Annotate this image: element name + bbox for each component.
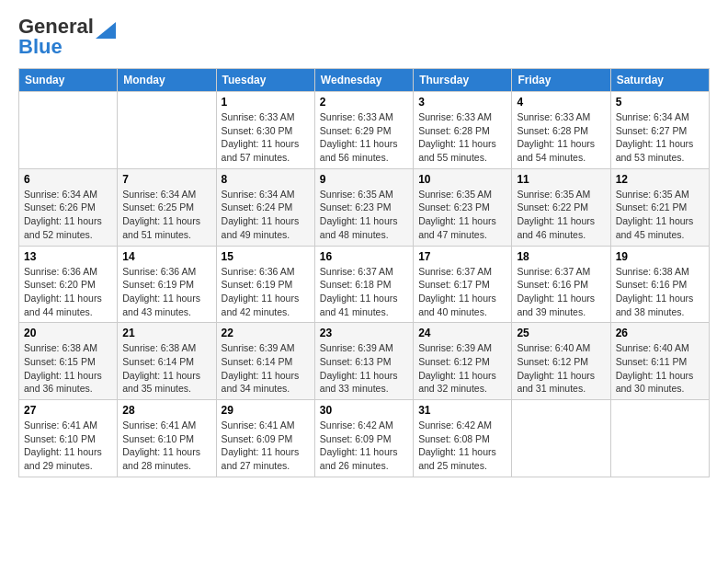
calendar-cell: 15Sunrise: 6:36 AM Sunset: 6:19 PM Dayli…	[216, 246, 314, 323]
day-number: 10	[418, 173, 506, 186]
calendar-cell: 8Sunrise: 6:34 AM Sunset: 6:24 PM Daylig…	[216, 168, 314, 246]
calendar-cell: 21Sunrise: 6:38 AM Sunset: 6:14 PM Dayli…	[118, 323, 216, 400]
day-info: Sunrise: 6:42 AM Sunset: 6:08 PM Dayligh…	[418, 419, 506, 473]
weekday-header: Thursday	[414, 69, 512, 92]
calendar-cell: 16Sunrise: 6:37 AM Sunset: 6:18 PM Dayli…	[314, 246, 413, 323]
calendar-cell: 25Sunrise: 6:40 AM Sunset: 6:12 PM Dayli…	[512, 323, 610, 400]
calendar-cell	[19, 92, 118, 169]
day-info: Sunrise: 6:33 AM Sunset: 6:28 PM Dayligh…	[517, 110, 605, 165]
calendar-cell	[118, 92, 216, 169]
day-info: Sunrise: 6:35 AM Sunset: 6:21 PM Dayligh…	[616, 188, 704, 242]
calendar-cell: 20Sunrise: 6:38 AM Sunset: 6:15 PM Dayli…	[19, 323, 118, 400]
day-info: Sunrise: 6:37 AM Sunset: 6:16 PM Dayligh…	[517, 265, 605, 319]
calendar-cell: 2Sunrise: 6:33 AM Sunset: 6:29 PM Daylig…	[314, 92, 413, 169]
day-number: 6	[24, 173, 112, 186]
calendar-cell: 5Sunrise: 6:34 AM Sunset: 6:27 PM Daylig…	[610, 92, 709, 169]
weekday-header: Tuesday	[216, 69, 314, 92]
calendar-week-row: 13Sunrise: 6:36 AM Sunset: 6:20 PM Dayli…	[19, 246, 710, 323]
day-info: Sunrise: 6:33 AM Sunset: 6:30 PM Dayligh…	[222, 110, 310, 165]
day-number: 28	[122, 404, 210, 417]
calendar-cell	[512, 400, 610, 477]
day-number: 26	[616, 327, 704, 339]
day-info: Sunrise: 6:39 AM Sunset: 6:14 PM Dayligh…	[222, 341, 310, 396]
weekday-header: Wednesday	[314, 69, 413, 92]
logo: General Blue	[18, 15, 116, 59]
day-number: 24	[418, 327, 506, 339]
calendar-cell: 12Sunrise: 6:35 AM Sunset: 6:21 PM Dayli…	[610, 168, 709, 246]
calendar-cell: 14Sunrise: 6:36 AM Sunset: 6:19 PM Dayli…	[118, 246, 216, 323]
day-number: 14	[122, 250, 210, 263]
day-number: 11	[517, 173, 605, 186]
day-info: Sunrise: 6:33 AM Sunset: 6:28 PM Dayligh…	[418, 110, 506, 165]
calendar-week-row: 27Sunrise: 6:41 AM Sunset: 6:10 PM Dayli…	[19, 400, 710, 477]
calendar-cell: 11Sunrise: 6:35 AM Sunset: 6:22 PM Dayli…	[512, 168, 610, 246]
weekday-header: Monday	[118, 69, 216, 92]
day-info: Sunrise: 6:41 AM Sunset: 6:10 PM Dayligh…	[122, 419, 210, 473]
calendar-cell: 9Sunrise: 6:35 AM Sunset: 6:23 PM Daylig…	[314, 168, 413, 246]
day-info: Sunrise: 6:41 AM Sunset: 6:09 PM Dayligh…	[222, 419, 310, 473]
calendar-week-row: 6Sunrise: 6:34 AM Sunset: 6:26 PM Daylig…	[19, 168, 710, 246]
day-number: 29	[222, 404, 310, 417]
day-info: Sunrise: 6:34 AM Sunset: 6:24 PM Dayligh…	[222, 188, 310, 242]
calendar-header-row: SundayMondayTuesdayWednesdayThursdayFrid…	[19, 69, 710, 92]
day-number: 23	[320, 327, 408, 339]
day-number: 2	[320, 96, 408, 109]
weekday-header: Saturday	[610, 69, 709, 92]
day-number: 27	[24, 404, 112, 417]
calendar-cell: 1Sunrise: 6:33 AM Sunset: 6:30 PM Daylig…	[216, 92, 314, 169]
calendar-week-row: 20Sunrise: 6:38 AM Sunset: 6:15 PM Dayli…	[19, 323, 710, 400]
calendar-cell: 28Sunrise: 6:41 AM Sunset: 6:10 PM Dayli…	[118, 400, 216, 477]
day-info: Sunrise: 6:39 AM Sunset: 6:12 PM Dayligh…	[418, 341, 506, 396]
day-info: Sunrise: 6:38 AM Sunset: 6:14 PM Dayligh…	[122, 341, 210, 396]
day-info: Sunrise: 6:37 AM Sunset: 6:17 PM Dayligh…	[418, 265, 506, 319]
day-info: Sunrise: 6:33 AM Sunset: 6:29 PM Dayligh…	[320, 110, 408, 165]
calendar-cell: 26Sunrise: 6:40 AM Sunset: 6:11 PM Dayli…	[610, 323, 709, 400]
day-info: Sunrise: 6:35 AM Sunset: 6:23 PM Dayligh…	[320, 188, 408, 242]
calendar-cell: 31Sunrise: 6:42 AM Sunset: 6:08 PM Dayli…	[414, 400, 512, 477]
calendar-week-row: 1Sunrise: 6:33 AM Sunset: 6:30 PM Daylig…	[19, 92, 710, 169]
day-number: 13	[24, 250, 112, 263]
day-number: 3	[418, 96, 506, 109]
day-info: Sunrise: 6:34 AM Sunset: 6:25 PM Dayligh…	[122, 188, 210, 242]
day-number: 22	[222, 327, 310, 339]
day-number: 18	[517, 250, 605, 263]
logo-icon	[96, 18, 116, 39]
day-info: Sunrise: 6:40 AM Sunset: 6:11 PM Dayligh…	[616, 341, 704, 396]
calendar-cell	[610, 400, 709, 477]
day-info: Sunrise: 6:38 AM Sunset: 6:15 PM Dayligh…	[24, 341, 112, 396]
day-number: 9	[320, 173, 408, 186]
weekday-header: Friday	[512, 69, 610, 92]
day-number: 7	[122, 173, 210, 186]
calendar-cell: 6Sunrise: 6:34 AM Sunset: 6:26 PM Daylig…	[19, 168, 118, 246]
calendar-cell: 4Sunrise: 6:33 AM Sunset: 6:28 PM Daylig…	[512, 92, 610, 169]
day-number: 12	[616, 173, 704, 186]
page-header: General Blue	[18, 15, 710, 59]
calendar-cell: 10Sunrise: 6:35 AM Sunset: 6:23 PM Dayli…	[414, 168, 512, 246]
day-info: Sunrise: 6:34 AM Sunset: 6:26 PM Dayligh…	[24, 188, 112, 242]
day-info: Sunrise: 6:35 AM Sunset: 6:22 PM Dayligh…	[517, 188, 605, 242]
day-number: 25	[517, 327, 605, 339]
calendar-cell: 23Sunrise: 6:39 AM Sunset: 6:13 PM Dayli…	[314, 323, 413, 400]
calendar-cell: 13Sunrise: 6:36 AM Sunset: 6:20 PM Dayli…	[19, 246, 118, 323]
calendar-table: SundayMondayTuesdayWednesdayThursdayFrid…	[18, 68, 710, 477]
calendar-cell: 18Sunrise: 6:37 AM Sunset: 6:16 PM Dayli…	[512, 246, 610, 323]
day-number: 19	[616, 250, 704, 263]
day-number: 20	[24, 327, 112, 339]
day-info: Sunrise: 6:36 AM Sunset: 6:20 PM Dayligh…	[24, 265, 112, 319]
day-info: Sunrise: 6:38 AM Sunset: 6:16 PM Dayligh…	[616, 265, 704, 319]
day-number: 1	[222, 96, 310, 109]
calendar-cell: 17Sunrise: 6:37 AM Sunset: 6:17 PM Dayli…	[414, 246, 512, 323]
day-info: Sunrise: 6:39 AM Sunset: 6:13 PM Dayligh…	[320, 341, 408, 396]
day-number: 30	[320, 404, 408, 417]
calendar-cell: 3Sunrise: 6:33 AM Sunset: 6:28 PM Daylig…	[414, 92, 512, 169]
day-number: 17	[418, 250, 506, 263]
weekday-header: Sunday	[19, 69, 118, 92]
day-info: Sunrise: 6:34 AM Sunset: 6:27 PM Dayligh…	[616, 110, 704, 165]
calendar-cell: 19Sunrise: 6:38 AM Sunset: 6:16 PM Dayli…	[610, 246, 709, 323]
day-number: 21	[122, 327, 210, 339]
day-number: 31	[418, 404, 506, 417]
day-info: Sunrise: 6:35 AM Sunset: 6:23 PM Dayligh…	[418, 188, 506, 242]
day-number: 8	[222, 173, 310, 186]
day-number: 5	[616, 96, 704, 109]
day-number: 4	[517, 96, 605, 109]
